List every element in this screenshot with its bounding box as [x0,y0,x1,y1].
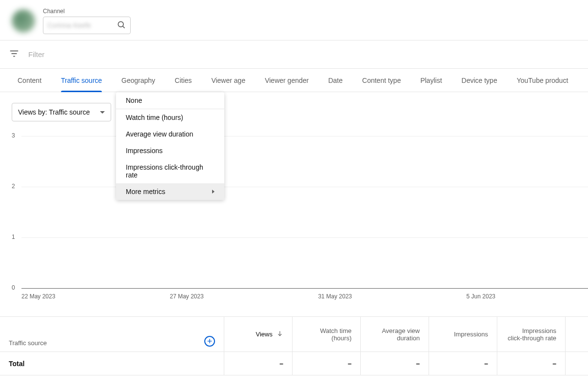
col-header-label: Watch time (hours) [301,327,352,342]
filter-placeholder: Filter [28,50,44,59]
dropdown-item-more-metrics[interactable]: More metrics [116,183,224,200]
tab-geography[interactable]: Geography [112,69,165,92]
tab-traffic-source[interactable]: Traffic source [51,69,112,92]
tabs-row: Content Traffic source Geography Cities … [0,69,588,92]
col-header-label: Traffic source [9,339,47,347]
tab-date[interactable]: Date [318,69,353,92]
caret-right-icon [212,190,215,194]
dropdown-item-label: More metrics [126,188,165,196]
col-header-views[interactable]: Views [224,317,293,352]
filter-bar[interactable]: Filter [0,40,588,69]
table-area: Traffic source + Views Watch time (hours… [0,316,588,375]
channel-column: Channel Corinna Keefe [43,8,131,34]
add-column-button[interactable]: + [204,336,215,347]
y-tick: 3 [12,132,15,139]
tab-cities[interactable]: Cities [165,69,201,92]
caret-down-icon [100,111,105,114]
table-row: Total – – – – – [0,352,588,375]
svg-line-1 [123,26,125,28]
table-header-row: Traffic source + Views Watch time (hours… [0,317,588,352]
channel-search[interactable]: Corinna Keefe [43,17,131,34]
gridline [21,136,588,137]
col-header-avg-duration[interactable]: Average view duration [361,317,429,352]
tab-playlist[interactable]: Playlist [411,69,451,92]
tab-viewer-age[interactable]: Viewer age [201,69,255,92]
y-tick: 0 [12,284,15,291]
baseline [21,288,588,289]
x-tick: 27 May 2023 [170,293,203,300]
channel-name: Corinna Keefe [47,21,117,29]
gridline [21,187,588,187]
channel-label: Channel [43,8,131,15]
dropdown-item-impressions[interactable]: Impressions [116,142,224,159]
col-header-label: Impressions [454,331,488,338]
dropdown-item-watch-time[interactable]: Watch time (hours) [116,109,224,126]
col-header-label: Views [256,331,273,338]
search-icon[interactable] [117,20,126,31]
x-tick: 22 May 2023 [21,293,55,300]
x-tick: 31 May 2023 [318,293,352,300]
tab-device-type[interactable]: Device type [452,69,507,92]
y-tick: 1 [12,234,15,240]
col-header-watch-time[interactable]: Watch time (hours) [293,317,361,352]
chart-area: 3 2 1 0 22 May 2023 27 May 2023 31 May 2… [0,132,588,298]
col-header-label: Impressions click-through rate [506,327,556,342]
col-header-ctr[interactable]: Impressions click-through rate [497,317,566,352]
col-header-label: Average view duration [370,327,420,342]
cell-avg-duration: – [361,352,429,375]
sort-desc-icon [276,330,283,338]
svg-point-0 [118,21,123,27]
controls-row: Views by: Traffic source None Watch time… [0,92,588,121]
channel-header: Channel Corinna Keefe [0,0,588,40]
filter-icon [9,48,20,60]
row-label: Total [0,352,224,375]
avatar [12,9,35,33]
tab-viewer-gender[interactable]: Viewer gender [255,69,318,92]
dropdown-item-none[interactable]: None [116,92,224,109]
cell-ctr: – [497,352,566,375]
views-by-select[interactable]: Views by: Traffic source [12,103,111,121]
cell-watch-time: – [293,352,361,375]
dropdown-item-impr-ctr[interactable]: Impressions click-through rate [116,159,224,183]
x-labels: 22 May 2023 27 May 2023 31 May 2023 5 Ju… [21,293,588,300]
cell-impressions: – [429,352,497,375]
col-header-traffic-source[interactable]: Traffic source + [0,317,224,352]
tab-youtube-product[interactable]: YouTube product [507,69,578,92]
tab-content[interactable]: Content [8,69,51,92]
col-header-impressions[interactable]: Impressions [429,317,497,352]
dropdown-item-avg-view-duration[interactable]: Average view duration [116,126,224,142]
y-tick: 2 [12,183,15,190]
x-tick: 5 Jun 2023 [467,293,495,300]
cell-views: – [224,352,293,375]
tab-content-type[interactable]: Content type [353,69,411,92]
views-by-label: Views by: Traffic source [18,108,90,116]
col-header-pad [566,317,588,352]
cell-pad [566,352,588,375]
metric-dropdown: None Watch time (hours) Average view dur… [116,92,224,200]
gridline [21,237,588,238]
